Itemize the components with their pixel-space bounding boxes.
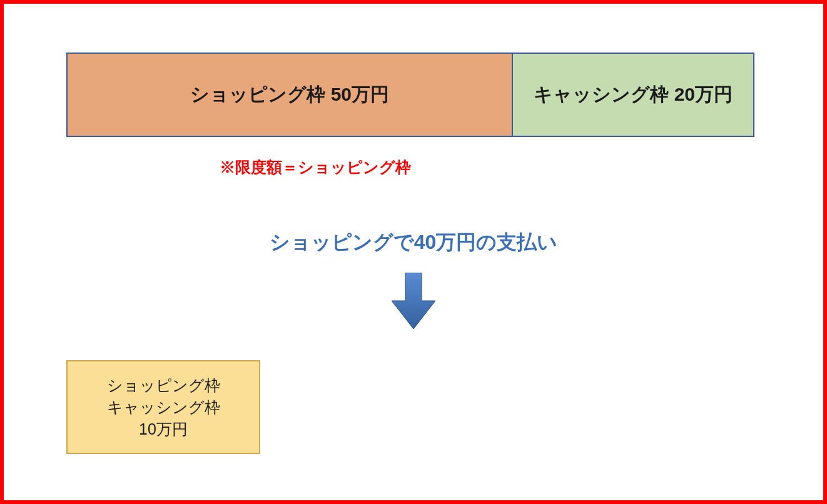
credit-limit-bar: ショッピング枠 50万円 キャッシング枠 20万円 [66,53,754,137]
limit-note: ※限度額＝ショッピング枠 [220,157,411,178]
result-line-3: 10万円 [139,418,188,440]
shopping-limit-box: ショッピング枠 50万円 [66,53,513,137]
shopping-limit-label: ショッピング枠 50万円 [190,82,389,108]
result-line-1: ショッピング枠 [107,375,220,396]
down-arrow-icon [392,273,435,329]
payment-description: ショッピングで40万円の支払い [4,229,823,256]
cashing-limit-box: キャッシング枠 20万円 [513,53,754,137]
cashing-limit-label: キャッシング枠 20万円 [534,82,733,108]
result-line-2: キャッシング枠 [107,396,220,418]
remaining-limit-box: ショッピング枠 キャッシング枠 10万円 [66,360,260,454]
